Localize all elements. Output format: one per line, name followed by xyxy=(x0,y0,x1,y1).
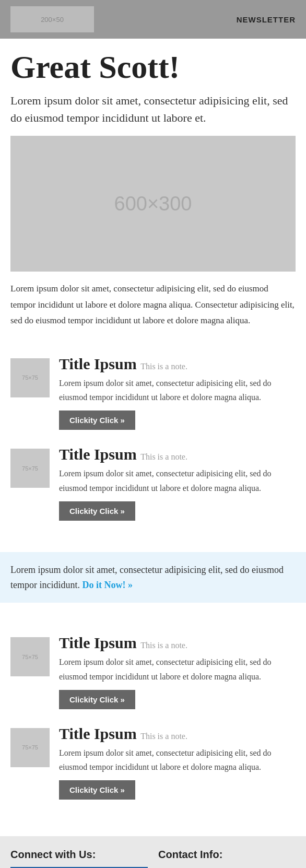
article-thumb: 75×75 xyxy=(10,449,50,488)
article-item: 75×75 Title Ipsum This is a note. Lorem … xyxy=(10,445,296,520)
hero-image: 600×300 xyxy=(10,136,296,272)
footer-connect-col: Connect with Us: Facebook Twitter Google… xyxy=(10,849,148,868)
article-thumb: 75×75 xyxy=(10,358,50,397)
article-note: This is a note. xyxy=(140,362,187,371)
section2-articles: 75×75 Title Ipsum This is a note. Lorem … xyxy=(0,624,306,826)
footer-main: Connect with Us: Facebook Twitter Google… xyxy=(0,836,306,868)
hero-lead: Lorem ipsum dolor sit amet, consectetur … xyxy=(10,92,296,126)
hero-section: Great Scott! Lorem ipsum dolor sit amet,… xyxy=(0,39,306,329)
article-title: Title Ipsum This is a note. xyxy=(59,445,296,463)
footer-contact-col: Contact Info: Phone: 408.341.0600 Email:… xyxy=(158,849,296,868)
article-body: Lorem ipsum dolor sit amet, consectetur … xyxy=(59,376,296,404)
hero-title: Great Scott! xyxy=(10,49,296,85)
article-title: Title Ipsum This is a note. xyxy=(59,634,296,652)
nav-label: NEWSLETTER xyxy=(237,15,296,24)
article-item: 75×75 Title Ipsum This is a note. Lorem … xyxy=(10,355,296,430)
cta-button[interactable]: Clickity Click » xyxy=(59,690,135,709)
header-nav: NEWSLETTER xyxy=(237,15,296,24)
article-body: Lorem ipsum dolor sit amet, consectetur … xyxy=(59,655,296,683)
hero-image-label: 600×300 xyxy=(114,193,192,215)
hero-body: Lorem ipsum dolor sit amet, consectetur … xyxy=(10,281,296,329)
page-header: 200×50 NEWSLETTER xyxy=(0,0,306,39)
article-note: This is a note. xyxy=(140,641,187,650)
article-title: Title Ipsum This is a note. xyxy=(59,355,296,373)
article-content: Title Ipsum This is a note. Lorem ipsum … xyxy=(59,725,296,800)
callout-box: Lorem ipsum dolor sit amet, consectetur … xyxy=(0,552,306,603)
article-content: Title Ipsum This is a note. Lorem ipsum … xyxy=(59,445,296,520)
article-item: 75×75 Title Ipsum This is a note. Lorem … xyxy=(10,634,296,709)
contact-title: Contact Info: xyxy=(158,849,296,861)
article-note: This is a note. xyxy=(140,452,187,461)
logo-label: 200×50 xyxy=(41,16,64,24)
article-thumb: 75×75 xyxy=(10,728,50,767)
logo: 200×50 xyxy=(10,6,94,32)
cta-button[interactable]: Clickity Click » xyxy=(59,780,135,800)
callout-link[interactable]: Do it Now! » xyxy=(82,580,133,590)
cta-button[interactable]: Clickity Click » xyxy=(59,501,135,521)
article-content: Title Ipsum This is a note. Lorem ipsum … xyxy=(59,355,296,430)
article-body: Lorem ipsum dolor sit amet, consectetur … xyxy=(59,746,296,774)
article-title: Title Ipsum This is a note. xyxy=(59,725,296,743)
connect-title: Connect with Us: xyxy=(10,849,148,861)
article-note: This is a note. xyxy=(140,732,187,741)
callout-text: Lorem ipsum dolor sit amet, consectetur … xyxy=(10,565,284,590)
article-thumb: 75×75 xyxy=(10,637,50,676)
cta-button[interactable]: Clickity Click » xyxy=(59,410,135,430)
section1-articles: 75×75 Title Ipsum This is a note. Lorem … xyxy=(0,345,306,547)
article-body: Lorem ipsum dolor sit amet, consectetur … xyxy=(59,466,296,495)
article-item: 75×75 Title Ipsum This is a note. Lorem … xyxy=(10,725,296,800)
article-content: Title Ipsum This is a note. Lorem ipsum … xyxy=(59,634,296,709)
